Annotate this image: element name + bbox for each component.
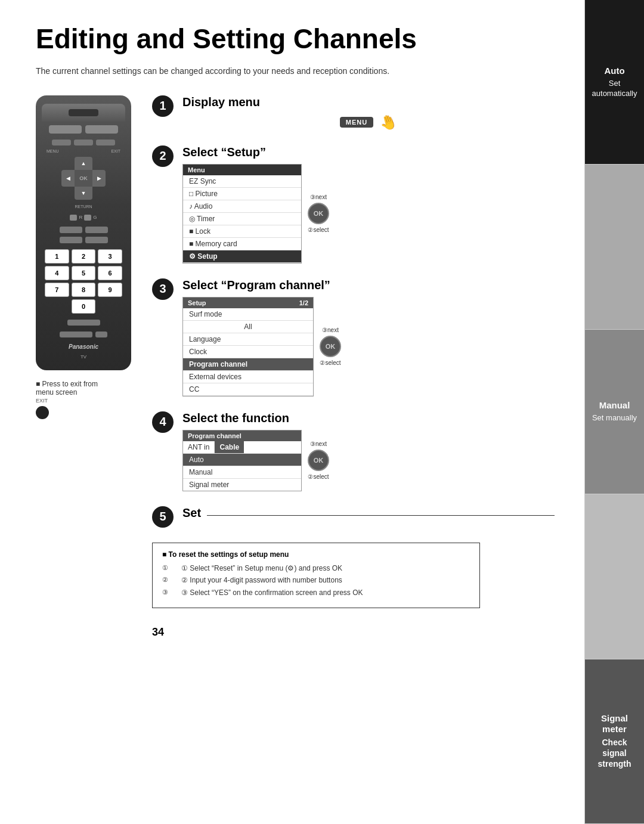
sidebar-spacer-2 bbox=[585, 494, 644, 659]
sidebar-signal-sub: Check signal strength bbox=[590, 737, 639, 770]
nav-select-2: ②select bbox=[308, 227, 329, 233]
dpad-right: ▶ bbox=[92, 170, 106, 187]
step-1-graphic: MENU 🤚 bbox=[182, 114, 555, 131]
step-1-content: Display menu MENU 🤚 bbox=[182, 95, 555, 131]
step-3-number: 3 bbox=[152, 278, 174, 300]
step-4-content: Select the function Program channel ANT … bbox=[182, 411, 555, 491]
exit-btn-label: EXIT bbox=[36, 398, 140, 404]
key-9: 9 bbox=[98, 283, 122, 297]
mid-btn-3 bbox=[60, 237, 82, 243]
page-title: Editing and Setting Channels bbox=[36, 24, 555, 54]
ok-btn-2: OK bbox=[308, 203, 329, 224]
prog-channel-menu: Setup 1/2 Surf mode All Language Clock P… bbox=[182, 297, 314, 396]
ok-btn-3: OK bbox=[320, 336, 341, 357]
step-3-nav: Setup 1/2 Surf mode All Language Clock P… bbox=[182, 297, 555, 396]
sidebar-signal-section: Signal meter Check signal strength bbox=[585, 659, 644, 824]
step-3-title: Select “Program channel” bbox=[182, 278, 555, 292]
nav-next-2: ③next bbox=[310, 194, 327, 200]
step-3-ok-area: ③next OK ②select bbox=[320, 327, 341, 366]
key-1: 1 bbox=[45, 249, 69, 264]
top-btn-left bbox=[49, 125, 82, 134]
prog-clock: Clock bbox=[183, 346, 313, 358]
bot-btn-1 bbox=[67, 320, 100, 326]
number-keypad: 1 2 3 4 5 6 7 8 9 0 bbox=[45, 249, 122, 314]
btn-g bbox=[84, 215, 91, 221]
sidebar-auto-sub: Set automatically bbox=[590, 79, 639, 99]
menu-item-audio: ♪ Audio bbox=[183, 200, 301, 213]
menu-button-graphic: MENU bbox=[340, 117, 373, 128]
step-5-hr bbox=[207, 515, 555, 516]
step-2-number: 2 bbox=[152, 145, 174, 167]
sidebar: Auto Set automatically Manual Set manual… bbox=[584, 0, 644, 824]
mid-btn-1 bbox=[60, 227, 82, 233]
bottom-buttons bbox=[67, 320, 100, 326]
press-exit-section: ■ Press to exit from menu screen EXIT bbox=[36, 380, 140, 419]
tv-label: TV bbox=[80, 354, 86, 360]
small-btn-1 bbox=[52, 140, 71, 145]
nav-next-4: ③next bbox=[310, 441, 327, 447]
bottom-buttons-2 bbox=[60, 332, 107, 337]
reset-item-3: ③ ③ Select “YES” on the confirmation scr… bbox=[162, 588, 470, 598]
top-buttons bbox=[49, 125, 118, 134]
key-6: 6 bbox=[98, 266, 122, 280]
exit-label: EXIT bbox=[111, 149, 120, 153]
step-5-number: 5 bbox=[152, 506, 174, 528]
bot-btn-3 bbox=[95, 332, 107, 337]
prog-all: All bbox=[183, 321, 313, 333]
prog-header: Setup 1/2 bbox=[183, 298, 313, 308]
dpad-left: ◀ bbox=[61, 170, 75, 187]
prog-surf-mode: Surf mode bbox=[183, 308, 313, 321]
color-buttons: R G bbox=[70, 215, 97, 221]
btn-r bbox=[70, 215, 77, 221]
reset-box-title: ■ To reset the settings of setup menu bbox=[162, 550, 470, 559]
step-2-content: Select “Setup” Menu EZ Sync □ Picture ♪ … bbox=[182, 145, 555, 264]
func-auto: Auto bbox=[183, 454, 301, 466]
intro-text: The current channel settings can be chan… bbox=[36, 65, 555, 78]
small-btn-3 bbox=[96, 140, 115, 145]
step-2-title: Select “Setup” bbox=[182, 145, 555, 159]
func-signal-meter: Signal meter bbox=[183, 479, 301, 491]
steps-column: 1 Display menu MENU 🤚 2 bbox=[152, 95, 555, 639]
sidebar-manual-sub: Set manually bbox=[592, 413, 637, 423]
prog-external: External devices bbox=[183, 371, 313, 383]
ant-in-label: ANT in bbox=[183, 441, 215, 453]
ok-nav-4: ③next OK ②select bbox=[308, 441, 329, 480]
step-3: 3 Select “Program channel” Setup 1/2 Sur… bbox=[152, 278, 555, 396]
prog-cc: CC bbox=[183, 383, 313, 396]
func-header: Program channel bbox=[183, 430, 301, 441]
reset-item-1: ① ① Select “Reset” in Setup menu (⚙) and… bbox=[162, 563, 470, 574]
menu-label: MENU bbox=[47, 149, 59, 153]
step-5-content: Set bbox=[182, 506, 555, 525]
dpad-up: ▲ bbox=[75, 157, 92, 170]
prog-header-page: 1/2 bbox=[299, 299, 308, 306]
mid-btn-4 bbox=[85, 237, 108, 243]
ok-nav-2: ③next OK ②select bbox=[308, 194, 329, 233]
page-number: 34 bbox=[152, 626, 555, 639]
step-1: 1 Display menu MENU 🤚 bbox=[152, 95, 555, 131]
ok-nav-3: ③next OK ②select bbox=[320, 327, 341, 366]
bot-btn-2 bbox=[60, 332, 92, 337]
step-4-ok-area: ③next OK ②select bbox=[308, 441, 329, 480]
nav-select-3: ②select bbox=[320, 360, 340, 366]
sidebar-auto-section: Auto Set automatically bbox=[585, 0, 644, 165]
step-1-title: Display menu bbox=[182, 95, 555, 109]
sidebar-signal-label: Signal meter bbox=[590, 713, 639, 735]
menu-item-timer: ◎ Timer bbox=[183, 213, 301, 225]
step-4-nav: Program channel ANT in Cable Auto Manual… bbox=[182, 430, 555, 491]
step-5: 5 Set bbox=[152, 506, 555, 528]
step-4-title: Select the function bbox=[182, 411, 555, 425]
mid-btn-2 bbox=[85, 227, 108, 233]
nav-select-4: ②select bbox=[308, 473, 329, 480]
key-7: 7 bbox=[45, 283, 69, 297]
key-3: 3 bbox=[98, 249, 122, 264]
menu-item-memory: ■ Memory card bbox=[183, 238, 301, 250]
prog-program-channel: Program channel bbox=[183, 358, 313, 371]
key-0: 0 bbox=[72, 299, 96, 314]
return-btn-label: RETURN bbox=[75, 205, 92, 209]
menu-screen-label: menu screen bbox=[36, 388, 140, 396]
mid-row-2 bbox=[60, 237, 108, 243]
step-4: 4 Select the function Program channel AN… bbox=[152, 411, 555, 491]
key-2: 2 bbox=[72, 249, 96, 264]
step-4-number: 4 bbox=[152, 411, 174, 433]
key-5: 5 bbox=[72, 266, 96, 280]
